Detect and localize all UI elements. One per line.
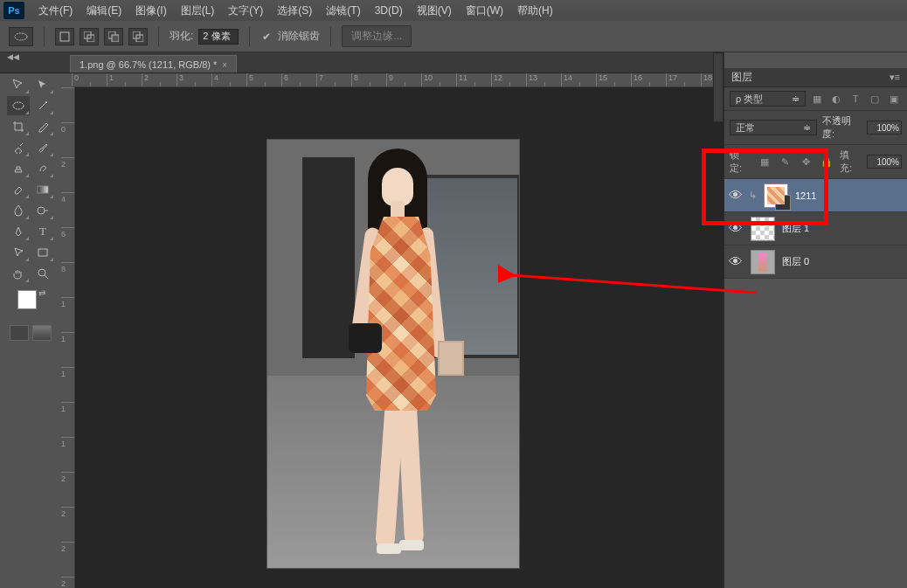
menu-bar: Ps 文件(F) 编辑(E) 图像(I) 图层(L) 文字(Y) 选择(S) 滤…: [0, 0, 907, 21]
lock-row: 锁定: ▦ ✎ ✥ 🔒 填充:: [724, 145, 907, 179]
svg-rect-10: [38, 186, 48, 193]
layer-name[interactable]: 图层 1: [782, 222, 809, 235]
svg-point-9: [45, 101, 47, 103]
document-canvas[interactable]: [267, 140, 519, 568]
close-tab-icon[interactable]: ×: [222, 60, 227, 70]
pen-tool[interactable]: [7, 222, 30, 241]
path-selection-tool[interactable]: [7, 243, 30, 262]
dodge-tool[interactable]: [31, 201, 54, 220]
menu-layer[interactable]: 图层(L): [174, 3, 222, 18]
filter-pixel-icon[interactable]: ▦: [809, 92, 825, 106]
menu-3d[interactable]: 3D(D): [368, 4, 410, 17]
lock-transparency-icon[interactable]: ▦: [757, 155, 772, 169]
feather-label: 羽化:: [170, 29, 193, 44]
foreground-color[interactable]: [17, 290, 37, 309]
fill-input[interactable]: [867, 155, 902, 169]
menu-image[interactable]: 图像(I): [128, 3, 173, 18]
filter-type-icon[interactable]: T: [848, 92, 863, 106]
separator: [249, 27, 250, 46]
eyedropper-tool[interactable]: [31, 117, 54, 136]
svg-point-11: [38, 207, 45, 214]
collapsed-panel-strip[interactable]: [713, 52, 724, 122]
svg-rect-1: [60, 32, 69, 41]
blur-tool[interactable]: [7, 201, 30, 220]
refine-edge-button[interactable]: 调整边缘...: [342, 25, 412, 47]
svg-rect-12: [38, 249, 47, 256]
layer-row[interactable]: 👁 ↳ 1211: [724, 179, 907, 212]
visibility-toggle-icon[interactable]: 👁: [728, 254, 744, 270]
lasso-tool[interactable]: [7, 96, 30, 115]
menu-window[interactable]: 窗口(W): [459, 3, 510, 18]
selection-intersect-icon[interactable]: [128, 28, 148, 45]
artboard-tool[interactable]: [31, 75, 54, 94]
layers-list: 👁 ↳ 1211 👁 图层 1 👁 图层 0: [724, 179, 907, 279]
horizontal-ruler: 01234567891011121314151617181920: [72, 73, 724, 87]
brush-tool[interactable]: [31, 138, 54, 157]
opacity-label: 不透明度:: [822, 114, 862, 141]
feather-input[interactable]: [198, 29, 239, 45]
vertical-ruler: 02468111112222: [61, 87, 75, 588]
selection-new-icon[interactable]: [55, 28, 74, 45]
image-person: [350, 149, 455, 559]
clone-stamp-tool[interactable]: [7, 159, 30, 178]
selection-add-icon[interactable]: [80, 28, 99, 45]
svg-point-13: [38, 269, 45, 276]
menu-type[interactable]: 文字(Y): [221, 3, 270, 18]
layer-thumbnail[interactable]: [751, 250, 775, 274]
panel-menu-icon[interactable]: ▾≡: [890, 72, 900, 83]
document-tab[interactable]: 1.png @ 66.7% (1211, RGB/8) * ×: [70, 55, 237, 73]
healing-brush-tool[interactable]: [7, 138, 30, 157]
blend-mode-select[interactable]: 正常≑: [730, 120, 817, 135]
opacity-input[interactable]: [867, 121, 902, 135]
lock-pixels-icon[interactable]: ✎: [778, 155, 793, 169]
magic-wand-tool[interactable]: [31, 96, 54, 115]
lock-all-icon[interactable]: 🔒: [819, 155, 834, 169]
clip-indicator-icon: ↳: [749, 190, 757, 201]
layer-name[interactable]: 1211: [795, 190, 816, 201]
canvas-area[interactable]: [75, 87, 724, 588]
filter-adjust-icon[interactable]: ◐: [828, 92, 844, 106]
standard-mode-icon[interactable]: [10, 325, 29, 341]
menu-filter[interactable]: 滤镜(T): [319, 3, 367, 18]
layer-name[interactable]: 图层 0: [782, 255, 809, 268]
menu-help[interactable]: 帮助(H): [510, 3, 560, 18]
document-tab-title: 1.png @ 66.7% (1211, RGB/8) *: [80, 59, 217, 70]
menu-edit[interactable]: 编辑(E): [80, 3, 128, 18]
hand-tool[interactable]: [7, 264, 30, 283]
visibility-toggle-icon[interactable]: 👁: [728, 188, 744, 204]
antialias-checkbox[interactable]: ✔: [260, 31, 273, 43]
eraser-tool[interactable]: [7, 180, 30, 199]
layers-panel-tab[interactable]: 图层 ▾≡: [724, 68, 907, 87]
type-tool[interactable]: T: [31, 222, 54, 241]
move-tool[interactable]: [7, 75, 30, 94]
selection-subtract-icon[interactable]: [104, 28, 123, 45]
antialias-label: 消除锯齿: [278, 29, 320, 44]
active-tool-indicator[interactable]: [9, 27, 33, 46]
panel-collapse-icon[interactable]: ◀◀: [7, 52, 19, 61]
menu-select[interactable]: 选择(S): [270, 3, 319, 18]
lock-label: 锁定:: [730, 149, 751, 175]
menu-file[interactable]: 文件(F): [31, 3, 80, 18]
filter-smart-icon[interactable]: ▣: [886, 92, 902, 106]
layer-row[interactable]: 👁 图层 0: [724, 246, 907, 279]
layer-filter-row: ρ 类型≑ ▦ ◐ T ▢ ▣: [724, 87, 907, 111]
color-swatches[interactable]: ⇄: [16, 288, 45, 318]
swap-colors-icon[interactable]: ⇄: [38, 288, 45, 298]
zoom-tool[interactable]: [31, 264, 54, 283]
gradient-tool[interactable]: [31, 180, 54, 199]
layer-row[interactable]: 👁 图层 1: [724, 212, 907, 246]
rectangle-tool[interactable]: [31, 243, 54, 262]
lock-position-icon[interactable]: ✥: [798, 155, 814, 169]
history-brush-tool[interactable]: [31, 159, 54, 178]
crop-tool[interactable]: [7, 117, 30, 136]
svg-point-8: [13, 102, 24, 109]
menu-view[interactable]: 视图(V): [410, 3, 459, 18]
quickmask-mode-icon[interactable]: [32, 325, 52, 341]
svg-point-0: [15, 33, 27, 40]
visibility-toggle-icon[interactable]: 👁: [728, 221, 744, 237]
layer-mask-thumbnail[interactable]: [775, 195, 791, 211]
layer-thumbnail[interactable]: [751, 217, 775, 241]
filter-shape-icon[interactable]: ▢: [867, 92, 883, 106]
layer-thumbnail[interactable]: [764, 183, 788, 208]
layer-filter-type-select[interactable]: ρ 类型≑: [730, 91, 806, 107]
